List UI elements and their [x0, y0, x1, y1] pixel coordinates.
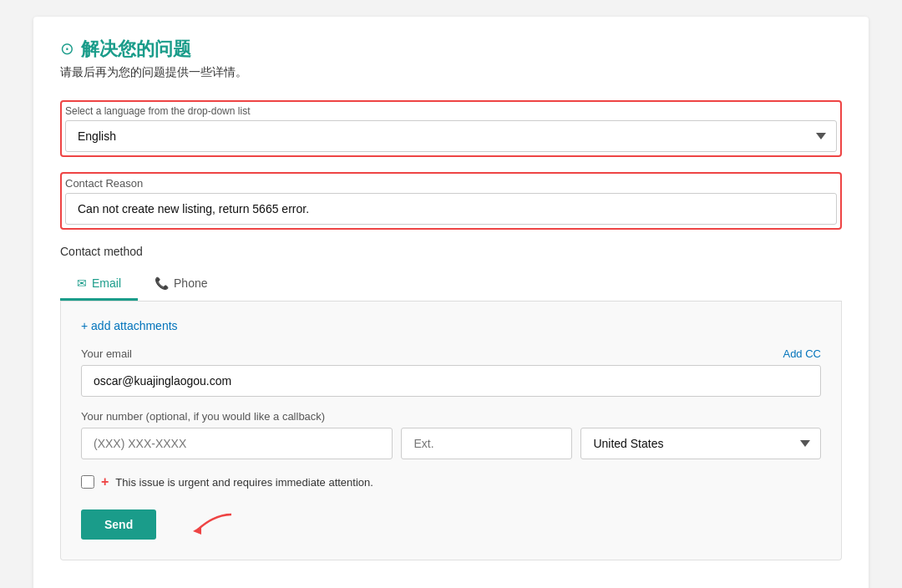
- contact-reason-section: Contact Reason: [60, 172, 842, 230]
- arrow-indicator: [173, 506, 240, 543]
- send-section: Send: [81, 506, 821, 543]
- page-wrapper: ⊙ 解决您的问题 请最后再为您的问题提供一些详情。 Select a langu…: [33, 17, 869, 588]
- page-header: ⊙ 解决您的问题: [60, 37, 842, 62]
- tabs-bar: ✉ Email 📞 Phone: [60, 268, 842, 302]
- phone-inputs-row: United StatesChinaCanadaUnited KingdomGe…: [81, 428, 821, 459]
- page-subtitle: 请最后再为您的问题提供一些详情。: [60, 65, 842, 80]
- send-button[interactable]: Send: [81, 509, 156, 540]
- header-icon: ⊙: [60, 38, 74, 58]
- email-tab-label: Email: [92, 276, 121, 290]
- tab-email[interactable]: ✉ Email: [60, 268, 138, 301]
- ext-input[interactable]: [401, 428, 572, 459]
- language-select-label: Select a language from the drop-down lis…: [65, 105, 837, 117]
- urgent-row: + This issue is urgent and requires imme…: [81, 474, 821, 489]
- urgent-checkbox[interactable]: [81, 475, 94, 489]
- phone-row-label: Your number (optional, if you would like…: [81, 410, 821, 423]
- phone-number-input[interactable]: [81, 428, 393, 459]
- svg-marker-0: [193, 526, 201, 535]
- email-row: Your email Add CC: [81, 347, 821, 360]
- language-section: Select a language from the drop-down lis…: [60, 100, 842, 157]
- urgent-text: This issue is urgent and requires immedi…: [115, 476, 373, 489]
- phone-tab-icon: 📞: [155, 276, 169, 290]
- urgent-plus-icon: +: [101, 474, 109, 489]
- contact-reason-label: Contact Reason: [65, 177, 837, 190]
- country-select[interactable]: United StatesChinaCanadaUnited KingdomGe…: [580, 428, 821, 459]
- add-attachments-link[interactable]: + add attachments: [81, 319, 178, 332]
- your-email-label: Your email: [81, 347, 132, 360]
- phone-tab-label: Phone: [174, 276, 207, 290]
- contact-method-section: Contact method ✉ Email 📞 Phone + add att…: [60, 245, 842, 560]
- contact-method-label: Contact method: [60, 245, 842, 258]
- language-select-wrapper: Select a language from the drop-down lis…: [60, 100, 842, 157]
- tab-phone[interactable]: 📞 Phone: [138, 268, 224, 301]
- language-select[interactable]: EnglishChineseSpanishFrenchGermanJapanes…: [65, 120, 837, 152]
- email-input[interactable]: [81, 365, 821, 397]
- email-tab-content: + add attachments Your email Add CC Your…: [60, 302, 842, 560]
- add-cc-link[interactable]: Add CC: [783, 347, 821, 360]
- page-title: 解决您的问题: [81, 37, 191, 62]
- email-tab-icon: ✉: [77, 276, 87, 290]
- contact-reason-input[interactable]: [65, 193, 837, 225]
- contact-reason-wrapper: Contact Reason: [60, 172, 842, 230]
